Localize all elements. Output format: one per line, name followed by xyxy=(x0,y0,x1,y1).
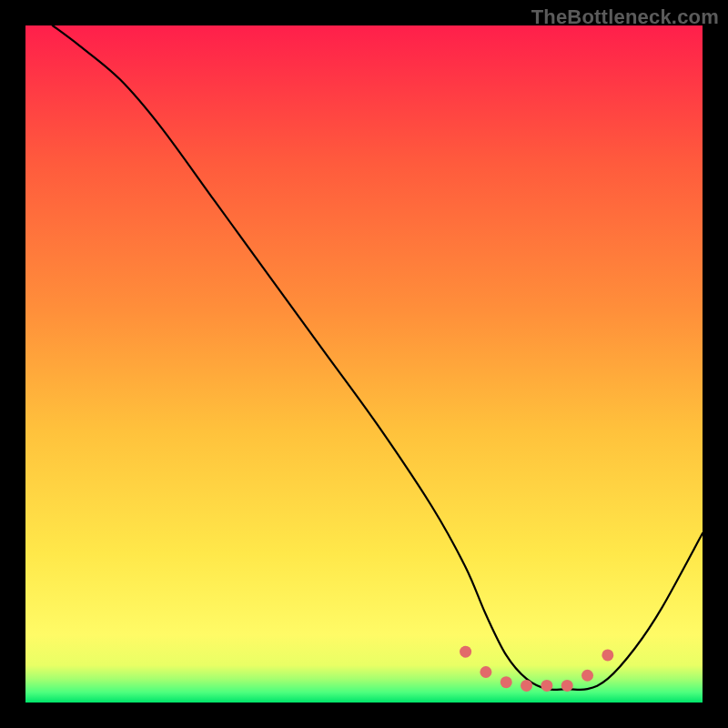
marker-point xyxy=(581,670,593,682)
gradient-background xyxy=(25,25,703,703)
marker-point xyxy=(500,676,512,688)
marker-point xyxy=(480,666,491,678)
marker-point xyxy=(521,680,532,692)
marker-point xyxy=(541,680,552,692)
chart-stage: TheBottleneck.com xyxy=(0,0,728,728)
bottleneck-chart xyxy=(25,25,703,703)
marker-point xyxy=(602,649,613,661)
marker-point xyxy=(460,646,471,658)
plot-area xyxy=(25,25,703,703)
marker-point xyxy=(561,680,573,692)
